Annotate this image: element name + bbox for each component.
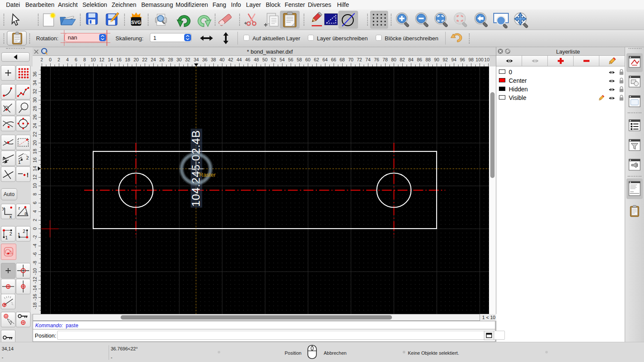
svg-text:20: 20: [134, 57, 139, 62]
svg-text:18: 18: [32, 149, 37, 154]
svg-text:16: 16: [32, 157, 37, 163]
svg-text:64: 64: [322, 57, 328, 62]
svg-text:1: 1: [5, 235, 8, 240]
svg-text:10: 10: [32, 183, 37, 188]
svg-text:58: 58: [297, 57, 302, 62]
svg-text:52: 52: [271, 57, 276, 62]
svg-text:90: 90: [434, 57, 439, 62]
svg-text:82: 82: [400, 57, 405, 62]
svg-text:34: 34: [32, 80, 37, 85]
svg-text:-12: -12: [32, 277, 37, 284]
svg-text:18: 18: [125, 57, 130, 62]
svg-text:-14: -14: [32, 285, 37, 292]
svg-text:24: 24: [151, 57, 156, 62]
svg-text:44: 44: [237, 57, 242, 62]
svg-text:1: 1: [18, 160, 21, 165]
svg-text:-16: -16: [32, 294, 37, 301]
svg-text:96: 96: [460, 57, 465, 62]
svg-text:22: 22: [142, 57, 147, 62]
svg-text:60: 60: [305, 57, 310, 62]
svg-text:72: 72: [357, 57, 362, 62]
svg-text:0: 0: [49, 57, 52, 62]
svg-text:80: 80: [391, 57, 396, 62]
svg-text:14: 14: [108, 57, 113, 62]
svg-text:16: 16: [116, 57, 122, 62]
svg-text:2: 2: [32, 219, 37, 221]
svg-text:2: 2: [58, 57, 60, 62]
svg-text:78: 78: [383, 57, 388, 62]
svg-text:26: 26: [32, 115, 37, 120]
svg-text:-10: -10: [32, 268, 37, 275]
svg-text:88: 88: [425, 57, 431, 62]
svg-text:8: 8: [32, 193, 37, 196]
svg-text:2: 2: [41, 57, 43, 62]
svg-text:-18: -18: [32, 302, 37, 309]
svg-text:2: 2: [9, 231, 12, 236]
svg-text:0: 0: [32, 227, 37, 230]
svg-text:76: 76: [374, 57, 379, 62]
svg-text:12: 12: [32, 175, 37, 180]
svg-text:!: !: [27, 172, 29, 178]
svg-text:12: 12: [99, 57, 104, 62]
svg-text:66: 66: [331, 57, 336, 62]
svg-text:50: 50: [262, 57, 267, 62]
svg-text:x: x: [9, 214, 12, 219]
svg-text:28: 28: [32, 106, 37, 111]
svg-text:36: 36: [202, 57, 207, 62]
svg-text:-8: -8: [32, 261, 37, 265]
svg-text:56: 56: [288, 57, 293, 62]
svg-text:46: 46: [245, 57, 250, 62]
svg-text:94: 94: [451, 57, 456, 62]
svg-text:84: 84: [408, 57, 413, 62]
svg-text:102: 102: [484, 57, 489, 62]
svg-text:32: 32: [185, 57, 190, 62]
svg-text:SVG: SVG: [131, 20, 141, 25]
svg-text:68: 68: [340, 57, 345, 62]
svg-text:10: 10: [91, 57, 96, 62]
svg-text:42: 42: [228, 57, 233, 62]
svg-text:8: 8: [83, 57, 86, 62]
svg-text:30: 30: [32, 97, 37, 103]
svg-text:6: 6: [75, 57, 77, 62]
svg-text:2: 2: [26, 155, 29, 160]
svg-text:-6: -6: [32, 252, 37, 256]
svg-text:2: 2: [23, 229, 25, 234]
svg-text:-4: -4: [32, 244, 37, 248]
svg-text:20: 20: [32, 140, 37, 145]
svg-text:54: 54: [279, 57, 285, 62]
svg-text:4: 4: [66, 57, 69, 62]
svg-text:1: 1: [18, 232, 20, 237]
svg-text:24: 24: [32, 123, 37, 128]
svg-text:34: 34: [194, 57, 199, 62]
svg-text:4: 4: [32, 210, 37, 213]
svg-text:62: 62: [314, 57, 319, 62]
svg-text:40: 40: [219, 57, 225, 62]
svg-text:32: 32: [32, 89, 37, 94]
svg-text:14: 14: [32, 166, 37, 171]
svg-text:28: 28: [168, 57, 173, 62]
svg-text:6: 6: [32, 202, 37, 204]
svg-text:86: 86: [417, 57, 422, 62]
svg-text:r: r: [18, 205, 20, 211]
svg-text:70: 70: [348, 57, 353, 62]
svg-text:74: 74: [365, 57, 371, 62]
svg-text:y: y: [2, 205, 5, 211]
svg-text:a: a: [24, 211, 27, 216]
svg-text:26: 26: [159, 57, 164, 62]
svg-text:100: 100: [476, 57, 483, 62]
svg-text:30: 30: [176, 57, 182, 62]
svg-text:48: 48: [254, 57, 259, 62]
svg-text:-2: -2: [32, 235, 37, 239]
svg-text:22: 22: [32, 132, 37, 137]
svg-text:92: 92: [443, 57, 448, 62]
svg-text:98: 98: [468, 57, 474, 62]
svg-text:36: 36: [32, 72, 37, 77]
svg-text:38: 38: [211, 57, 216, 62]
svg-text:Raster: Raster: [199, 172, 216, 178]
